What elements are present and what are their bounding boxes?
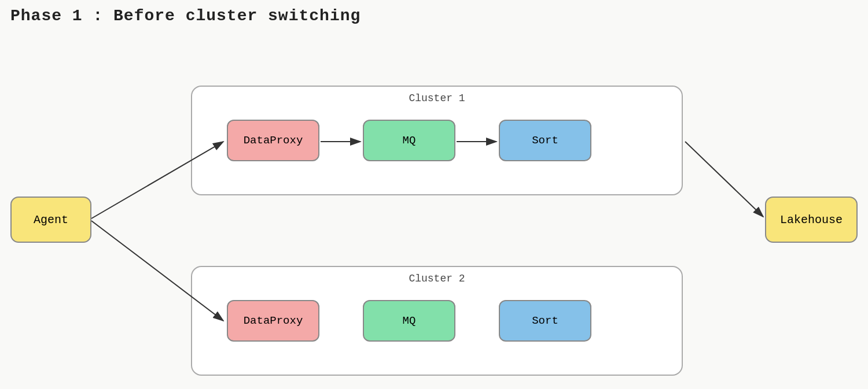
dataproxy-2: DataProxy <box>227 300 319 342</box>
svg-line-9 <box>685 142 763 217</box>
cluster-2-label: Cluster 2 <box>409 273 465 284</box>
mq-1: MQ <box>363 120 455 161</box>
cluster-2-box: Cluster 2 DataProxy MQ Sort <box>191 266 683 376</box>
agent-box: Agent <box>10 197 91 243</box>
cluster-1-label: Cluster 1 <box>409 92 465 104</box>
sort-2: Sort <box>499 300 591 342</box>
lakehouse-label: Lakehouse <box>780 213 843 227</box>
mq-2: MQ <box>363 300 455 342</box>
dataproxy-1: DataProxy <box>227 120 319 161</box>
sort-1: Sort <box>499 120 591 161</box>
agent-label: Agent <box>34 213 68 227</box>
page-title: Phase 1 : Before cluster switching <box>10 7 361 25</box>
lakehouse-box: Lakehouse <box>765 197 858 243</box>
cluster-1-box: Cluster 1 DataProxy MQ Sort <box>191 86 683 195</box>
